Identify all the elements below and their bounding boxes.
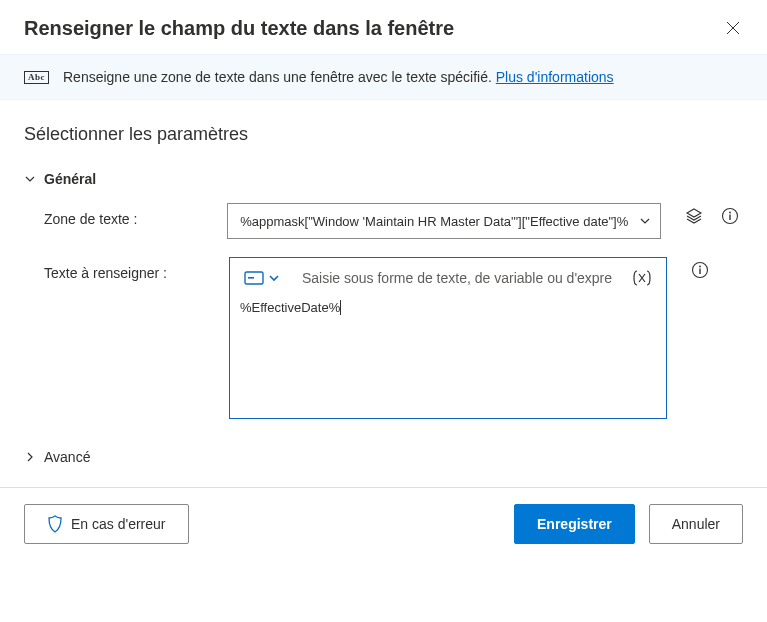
textbox-icon	[244, 271, 264, 285]
variable-icon	[632, 270, 652, 286]
save-label: Enregistrer	[537, 516, 612, 532]
variable-picker-button[interactable]	[628, 266, 656, 290]
dialog-header: Renseigner le champ du texte dans la fen…	[0, 0, 767, 54]
chevron-right-icon	[24, 451, 36, 463]
layers-icon	[685, 207, 703, 225]
info-icon	[691, 261, 709, 279]
dialog-title: Renseigner le champ du texte dans la fen…	[24, 17, 454, 40]
field-zone-de-texte: Zone de texte : %appmask["Window 'Mainta…	[24, 203, 743, 239]
on-error-button[interactable]: En cas d'erreur	[24, 504, 189, 544]
zone-side-icons	[671, 203, 743, 229]
zone-info-button[interactable]	[717, 203, 743, 229]
input-mode-button[interactable]	[240, 267, 284, 289]
dialog: Renseigner le champ du texte dans la fen…	[0, 0, 767, 562]
editor-placeholder: Saisie sous forme de texte, de variable …	[302, 270, 612, 286]
info-icon	[721, 207, 739, 225]
editor-toolbar: Saisie sous forme de texte, de variable …	[230, 258, 666, 294]
text-label: Texte à renseigner :	[44, 257, 219, 281]
cancel-label: Annuler	[672, 516, 720, 532]
advanced-group-header[interactable]: Avancé	[24, 447, 743, 467]
shield-icon	[47, 515, 63, 533]
text-caret	[340, 300, 341, 315]
chevron-down-icon	[24, 173, 36, 185]
cancel-button[interactable]: Annuler	[649, 504, 743, 544]
general-group-header[interactable]: Général	[24, 169, 743, 189]
svg-rect-7	[699, 269, 700, 275]
svg-rect-2	[729, 215, 730, 221]
editor-value: %EffectiveDate%	[240, 300, 340, 315]
banner-text: Renseigne une zone de texte dans une fen…	[63, 69, 614, 85]
info-banner: Abc Renseigne une zone de texte dans une…	[0, 54, 767, 100]
svg-point-6	[699, 266, 701, 268]
svg-rect-4	[248, 277, 254, 279]
advanced-label: Avancé	[44, 449, 90, 465]
zone-label: Zone de texte :	[44, 203, 217, 227]
on-error-label: En cas d'erreur	[71, 516, 166, 532]
text-editor[interactable]: Saisie sous forme de texte, de variable …	[229, 257, 667, 419]
zone-value: %appmask["Window 'Maintain HR Master Dat…	[240, 214, 628, 229]
save-button[interactable]: Enregistrer	[514, 504, 635, 544]
zone-select[interactable]: %appmask["Window 'Maintain HR Master Dat…	[227, 203, 661, 239]
ui-element-picker-button[interactable]	[681, 203, 707, 229]
chevron-down-icon	[638, 214, 652, 228]
close-icon	[725, 20, 741, 36]
text-info-button[interactable]	[687, 257, 713, 283]
general-label: Général	[44, 171, 96, 187]
svg-point-1	[729, 212, 731, 214]
chevron-down-icon	[268, 272, 280, 284]
dialog-footer: En cas d'erreur Enregistrer Annuler	[0, 487, 767, 562]
more-info-link[interactable]: Plus d'informations	[496, 69, 614, 85]
dialog-content: Sélectionner les paramètres Général Zone…	[0, 100, 767, 487]
editor-body[interactable]: %EffectiveDate%	[230, 294, 666, 418]
section-title: Sélectionner les paramètres	[24, 124, 743, 145]
close-button[interactable]	[719, 14, 747, 42]
action-type-icon: Abc	[24, 71, 49, 84]
text-side-icons	[677, 257, 713, 283]
field-texte-a-renseigner: Texte à renseigner : Saisie sous forme d…	[24, 257, 743, 419]
